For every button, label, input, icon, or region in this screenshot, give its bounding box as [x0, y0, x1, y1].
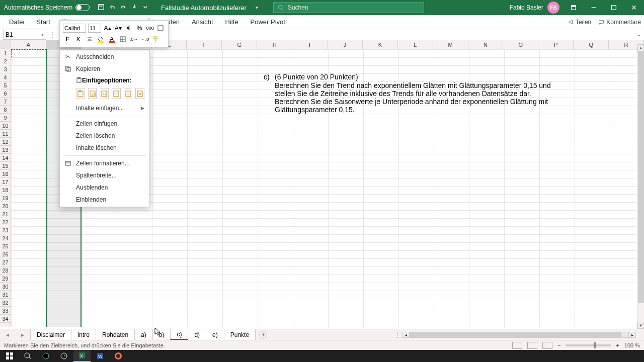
sheet-tab-a[interactable]: a): [134, 329, 153, 340]
row-header[interactable]: 19: [0, 194, 11, 202]
zoom-in-button[interactable]: +: [616, 342, 619, 348]
sheet-tab-disclaimer[interactable]: Disclaimer: [30, 329, 71, 340]
ctx-delete-cells[interactable]: Zellen löschen: [60, 130, 149, 142]
hscroll-thumb[interactable]: [410, 332, 621, 337]
row-header[interactable]: 23: [0, 226, 11, 234]
scroll-right-button[interactable]: ▸: [629, 332, 636, 338]
row-header[interactable]: 15: [0, 162, 11, 170]
maximize-button[interactable]: [604, 0, 624, 15]
paste-values-icon[interactable]: 123: [88, 88, 97, 99]
comments-button[interactable]: Kommentare: [598, 19, 641, 26]
row-header[interactable]: 13: [0, 146, 11, 154]
tab-start[interactable]: Start: [30, 15, 56, 29]
row-header[interactable]: 5: [0, 81, 11, 89]
minimize-button[interactable]: [584, 0, 604, 15]
ctx-column-width[interactable]: Spaltenbreite...: [60, 169, 149, 182]
vscroll-thumb[interactable]: [638, 51, 644, 303]
row-header[interactable]: 1: [0, 49, 11, 57]
col-I[interactable]: I: [292, 40, 328, 49]
decrease-font-icon[interactable]: A▾: [114, 24, 122, 33]
ribbon-display-icon[interactable]: [564, 0, 584, 15]
horizontal-scrollbar[interactable]: ⋮ ◂ ▸: [394, 331, 636, 338]
name-box[interactable]: B1▾: [3, 30, 46, 40]
row-header[interactable]: 32: [0, 299, 11, 307]
ctx-format-cells[interactable]: Zellen formatieren...: [60, 157, 149, 169]
increase-font-icon[interactable]: A▴: [103, 24, 112, 33]
col-P[interactable]: P: [538, 40, 574, 49]
row-header[interactable]: 30: [0, 283, 11, 291]
save-icon[interactable]: [98, 4, 105, 12]
row-header[interactable]: 29: [0, 275, 11, 283]
ctx-paste-special[interactable]: Inhalte einfügen...▶: [60, 102, 149, 114]
cortana-icon[interactable]: [37, 350, 54, 362]
italic-button[interactable]: K: [74, 35, 83, 44]
increase-decimal-icon[interactable]: .0→: [129, 35, 138, 44]
sheet-tab-rohdaten[interactable]: Rohdaten: [96, 329, 135, 340]
row-header[interactable]: 18: [0, 186, 11, 194]
row-header[interactable]: 22: [0, 218, 11, 226]
scroll-down-button[interactable]: ▼: [637, 322, 644, 329]
format-painter-icon[interactable]: [151, 35, 160, 44]
normal-view-button[interactable]: [512, 342, 522, 349]
sheet-tab-c[interactable]: c): [170, 329, 188, 340]
row-header[interactable]: 2: [0, 57, 11, 65]
accounting-format-icon[interactable]: €: [124, 24, 133, 33]
sheet-tab-punkte[interactable]: Punkte: [224, 329, 256, 340]
search-box[interactable]: Suchen: [273, 2, 424, 13]
zoom-level[interactable]: 100 %: [624, 342, 640, 348]
row-header[interactable]: 33: [0, 307, 11, 315]
paste-all-icon[interactable]: [76, 88, 85, 99]
col-L[interactable]: L: [398, 40, 433, 49]
row-header[interactable]: 24: [0, 234, 11, 242]
col-K[interactable]: K: [363, 40, 398, 49]
qat-dropdown-icon[interactable]: [142, 4, 149, 12]
col-F[interactable]: F: [187, 40, 222, 49]
page-break-button[interactable]: [542, 342, 552, 349]
firefox-taskbar-icon[interactable]: [110, 350, 127, 362]
row-header[interactable]: 8: [0, 106, 11, 114]
row-header[interactable]: 6: [0, 89, 11, 98]
col-H[interactable]: H: [257, 40, 292, 49]
font-size-input[interactable]: [88, 24, 101, 33]
task-view-icon[interactable]: [55, 350, 72, 362]
col-A[interactable]: A: [11, 40, 46, 49]
row-header[interactable]: 16: [0, 170, 11, 178]
user-account[interactable]: Fabio Basler FB: [506, 2, 564, 14]
scroll-left-button[interactable]: ◂: [403, 332, 410, 338]
col-G[interactable]: G: [222, 40, 257, 49]
row-header[interactable]: 14: [0, 154, 11, 162]
paste-formulas-icon[interactable]: fx: [100, 88, 109, 99]
excel-taskbar-icon[interactable]: X: [73, 350, 91, 362]
collapse-ribbon-icon[interactable]: ⌄: [636, 31, 641, 38]
touch-mode-icon[interactable]: [131, 4, 138, 12]
col-M[interactable]: M: [433, 40, 468, 49]
col-J[interactable]: J: [328, 40, 363, 49]
ctx-cut[interactable]: ✂Ausschneiden: [60, 51, 149, 63]
col-N[interactable]: N: [468, 40, 504, 49]
fill-color-icon[interactable]: [96, 35, 105, 44]
row-header[interactable]: 7: [0, 98, 11, 106]
row-header[interactable]: 17: [0, 178, 11, 186]
ctx-clear-contents[interactable]: Inhalte löschen: [60, 142, 149, 154]
zoom-slider[interactable]: [566, 344, 611, 346]
row-header[interactable]: 20: [0, 202, 11, 210]
borders-icon[interactable]: [118, 35, 127, 44]
decrease-decimal-icon[interactable]: ←.0: [140, 35, 149, 44]
select-all-corner[interactable]: [0, 40, 11, 49]
row-header[interactable]: 9: [0, 114, 11, 122]
align-center-icon[interactable]: [85, 35, 94, 44]
row-header[interactable]: 31: [0, 291, 11, 299]
ctx-unhide[interactable]: Einblenden: [60, 194, 149, 206]
row-header[interactable]: 28: [0, 266, 11, 275]
row-header[interactable]: 10: [0, 122, 11, 130]
font-color-icon[interactable]: A: [107, 35, 116, 44]
autosave-toggle[interactable]: [75, 4, 90, 11]
row-header[interactable]: 26: [0, 250, 11, 258]
row-header[interactable]: 21: [0, 210, 11, 218]
undo-icon[interactable]: [109, 4, 116, 12]
bold-button[interactable]: F: [63, 35, 72, 44]
start-button[interactable]: [1, 350, 18, 362]
page-layout-button[interactable]: [527, 342, 537, 349]
zoom-out-button[interactable]: −: [557, 342, 560, 348]
row-header[interactable]: 3: [0, 65, 11, 73]
